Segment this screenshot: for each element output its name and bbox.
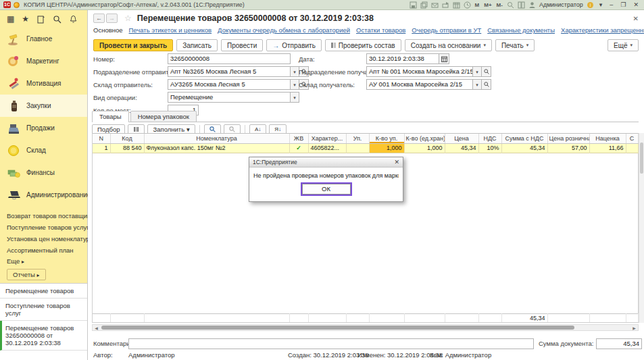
- command-vozvrat-postavschiku[interactable]: Возврат товаров поставщику: [0, 210, 87, 222]
- col-summa-nds[interactable]: Сумма с НДС: [501, 134, 547, 143]
- split-view-icon[interactable]: [518, 1, 525, 9]
- send-button[interactable]: →Отправить: [266, 39, 322, 51]
- memory-plus-button[interactable]: M+: [483, 2, 492, 8]
- copy-icon[interactable]: [420, 1, 428, 9]
- comment-field[interactable]: [128, 338, 534, 349]
- post-and-close-button[interactable]: Провести и закрыть: [93, 39, 173, 51]
- cell-cena[interactable]: 45,34: [445, 143, 478, 153]
- favorite-star-icon[interactable]: ☆: [124, 14, 132, 23]
- col-kvo-up[interactable]: К-во уп.: [369, 134, 404, 143]
- close-document-icon[interactable]: ✕: [633, 15, 639, 22]
- col-nacenka[interactable]: Наценка: [589, 134, 626, 143]
- info-icon[interactable]: i: [587, 1, 594, 9]
- cell-nacenka[interactable]: 11,66: [589, 143, 626, 153]
- command-assortimentny-plan[interactable]: Ассортиментный план: [0, 245, 87, 256]
- cell-clipped[interactable]: [626, 143, 638, 153]
- receiver-division-lookup-icon[interactable]: [482, 66, 491, 77]
- cell-up[interactable]: [346, 143, 369, 153]
- date-field[interactable]: 30.12.2019 2:03:38: [366, 53, 439, 64]
- sidebar-item-prodazhi[interactable]: Продажи: [0, 117, 87, 139]
- sidebar-item-glavnoe[interactable]: Главное: [0, 28, 87, 50]
- cell-harakteristika[interactable]: 4605822...: [308, 143, 346, 153]
- nav-tab-harakteristiki[interactable]: Характеристики запрещенные к списанию: [561, 26, 644, 36]
- nav-tab-ochered-ut[interactable]: Очередь отправки в УТ: [412, 26, 481, 36]
- tab-nomera-upakovok[interactable]: Номера упаковок: [130, 111, 197, 122]
- receiver-warehouse-lookup-icon[interactable]: [482, 79, 491, 90]
- history-icon[interactable]: [36, 15, 45, 24]
- back-button[interactable]: ←: [93, 14, 105, 23]
- current-user-label[interactable]: Администратор: [539, 1, 583, 8]
- receiver-warehouse-dropdown-icon[interactable]: ▾: [473, 79, 482, 90]
- write-button[interactable]: Записать: [176, 39, 218, 51]
- sender-warehouse-field[interactable]: АУ3265 Москва Лесная 5: [168, 79, 291, 90]
- number-field[interactable]: 32650000008: [168, 53, 291, 64]
- dialog-close-icon[interactable]: ✕: [394, 159, 399, 165]
- document-sum-field[interactable]: 45,34: [596, 338, 642, 349]
- create-based-on-button[interactable]: Создать на основании▾: [405, 39, 492, 51]
- mail-out-icon[interactable]: [442, 1, 449, 9]
- receiver-division-dropdown-icon[interactable]: ▾: [473, 66, 482, 77]
- cell-summa-nds[interactable]: 45,34: [501, 143, 547, 153]
- notifications-bell-icon[interactable]: [69, 15, 78, 24]
- col-clipped[interactable]: С: [626, 134, 638, 143]
- col-zhv[interactable]: ЖВ: [289, 134, 308, 143]
- check-composition-button[interactable]: Проверить состав: [325, 39, 401, 51]
- col-up[interactable]: Уп.: [346, 134, 369, 143]
- scroll-left-icon[interactable]: ◀: [93, 326, 100, 330]
- col-cena[interactable]: Цена: [445, 134, 478, 143]
- more-actions-button[interactable]: Ещё▾: [608, 39, 639, 51]
- horizontal-scrollbar[interactable]: ◀ ▶: [92, 324, 639, 331]
- close-window-button[interactable]: ✕: [631, 1, 641, 8]
- vertical-scrollbar[interactable]: [639, 133, 644, 323]
- cell-nds[interactable]: 10%: [478, 143, 501, 153]
- open-window-item[interactable]: Перемещение товаров: [0, 284, 87, 299]
- cell-kvo-up-selected[interactable]: 1,000: [369, 143, 404, 153]
- col-kod[interactable]: Код: [110, 134, 144, 143]
- restore-button[interactable]: ❐: [618, 1, 628, 8]
- clock-icon[interactable]: [464, 1, 471, 9]
- forward-button[interactable]: →: [106, 14, 118, 23]
- vertical-scrollbar-thumb[interactable]: [640, 143, 643, 174]
- scroll-right-icon[interactable]: ▶: [630, 326, 638, 330]
- open-window-item[interactable]: Поступление товаров услуг: [0, 299, 87, 321]
- chevron-down-icon[interactable]: ▾: [597, 1, 605, 8]
- dialog-ok-button[interactable]: ОК: [302, 184, 351, 195]
- col-nds[interactable]: НДС: [478, 134, 501, 143]
- sidebar-item-marketing[interactable]: Маркетинг: [0, 50, 87, 72]
- command-ustanovka-cen[interactable]: Установка цен номенклатуры: [0, 233, 87, 245]
- cell-kod[interactable]: 88 540: [110, 143, 144, 153]
- nav-tab-pechat-etiketok[interactable]: Печать этикеток и ценников: [129, 26, 212, 36]
- commands-more-link[interactable]: Еще ▸: [0, 256, 87, 267]
- sidebar-item-sklad[interactable]: Склад: [0, 139, 87, 161]
- zoom-icon[interactable]: [507, 1, 514, 9]
- cell-zhv-check-icon[interactable]: ✓: [289, 143, 308, 153]
- col-n[interactable]: N: [93, 134, 110, 143]
- post-button[interactable]: Провести: [221, 39, 263, 51]
- nav-tab-osnovnoe[interactable]: Основное: [93, 26, 123, 36]
- cell-nomenklatura[interactable]: Флуконазол капс. 150мг №2: [144, 143, 289, 153]
- nav-tab-dokumenty-ochered[interactable]: Документы очередь обмена с лабораторией: [218, 26, 350, 36]
- date-calendar-icon[interactable]: [439, 53, 449, 64]
- receiver-division-field[interactable]: Апт № 001 Москва Маросейка 2/15: [366, 66, 473, 77]
- tab-tovary[interactable]: Товары: [92, 111, 129, 122]
- memory-minus-button[interactable]: M-: [496, 2, 503, 8]
- reports-button[interactable]: Отчеты ▸: [7, 269, 46, 280]
- menu-grid-icon[interactable]: ▦: [7, 15, 14, 24]
- col-nomenklatura[interactable]: Номенклатура: [144, 134, 289, 143]
- sidebar-item-zakupki[interactable]: Закупки: [0, 95, 87, 117]
- calendar-icon[interactable]: [453, 1, 460, 9]
- table-row[interactable]: 1 88 540 Флуконазол капс. 150мг №2 ✓ 460…: [93, 143, 638, 153]
- memory-button[interactable]: M: [474, 2, 480, 8]
- minimize-button[interactable]: –: [608, 1, 615, 8]
- command-postuplenie-tovarov[interactable]: Поступление товаров услуг: [0, 222, 87, 233]
- sidebar-item-finansy[interactable]: Финансы: [0, 161, 87, 184]
- mail-in-icon[interactable]: [431, 1, 439, 9]
- cell-kvo-ed[interactable]: 1,000: [404, 143, 445, 153]
- horizontal-scrollbar-thumb[interactable]: [101, 326, 574, 330]
- open-window-item-active[interactable]: Перемещение товаров 32650000008 от 30.12…: [0, 321, 87, 351]
- favorites-star-icon[interactable]: ★: [22, 15, 29, 24]
- col-kvo-ed[interactable]: К-во (ед.хран): [404, 134, 445, 143]
- search-icon[interactable]: [53, 15, 61, 24]
- sidebar-item-administrirovanie[interactable]: Администрирование: [0, 184, 87, 206]
- receiver-warehouse-field[interactable]: АУ 001 Москва Маросейка 2/15: [366, 79, 473, 90]
